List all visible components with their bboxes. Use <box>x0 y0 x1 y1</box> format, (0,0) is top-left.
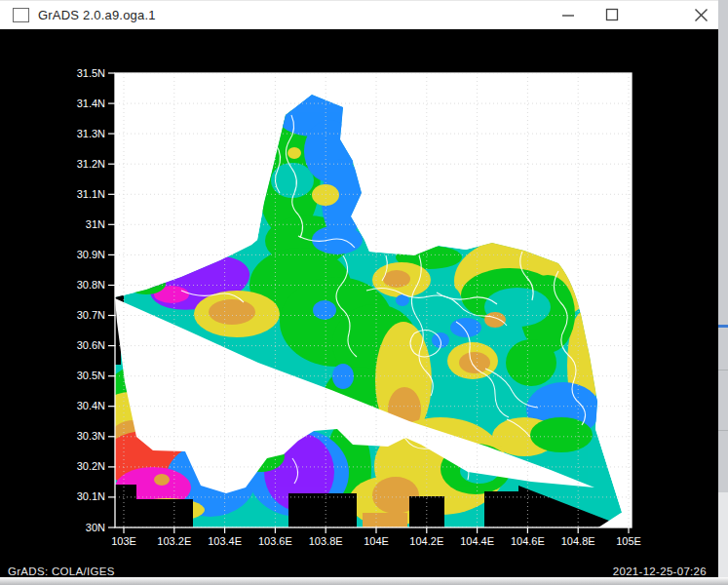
status-bar: GrADS: COLA/IGES 2021-12-25-07:26 <box>0 566 718 577</box>
y-tick-label: 31.4N <box>77 98 105 109</box>
divider <box>718 370 728 370</box>
desktop-edge-right <box>718 0 728 585</box>
y-tick-label: 31N <box>86 218 105 230</box>
y-tick-label: 30.1N <box>77 490 105 502</box>
desktop-edge-light <box>718 492 728 585</box>
status-timestamp: 2021-12-25-07:26 <box>613 566 707 577</box>
desktop-edge-bottom <box>0 577 728 585</box>
y-tick-label: 31.5N <box>77 67 105 79</box>
x-tick-label: 105E <box>616 535 641 547</box>
y-tick-label: 30.7N <box>77 309 105 321</box>
y-tick-label: 30.5N <box>77 370 105 381</box>
y-tick-label: 30.8N <box>77 279 105 291</box>
y-tick-label: 30.3N <box>77 430 105 442</box>
y-tick-label: 30.2N <box>77 460 105 472</box>
x-tick-label: 104.4E <box>460 535 494 547</box>
close-button[interactable] <box>679 0 723 29</box>
grads-canvas[interactable]: 31.5N 31.4N 31.3N 31.2N 31.1N 31N 30.9N … <box>0 29 718 577</box>
window-title: GrADS 2.0.a9.oga.1 <box>38 8 156 22</box>
maximize-button[interactable] <box>590 0 633 29</box>
y-tick-label: 31.2N <box>77 158 105 170</box>
minimize-icon <box>561 8 575 21</box>
y-tick-label: 31.3N <box>77 128 105 139</box>
x-tick-label: 103E <box>111 535 136 547</box>
background-window-edge <box>718 325 728 328</box>
x-tick-label: 103.2E <box>157 535 191 547</box>
x-tick-label: 103.8E <box>309 535 343 547</box>
y-tick-label: 30.4N <box>77 400 105 411</box>
y-tick-label: 30.9N <box>77 249 105 260</box>
x-tick-label: 104E <box>364 535 389 547</box>
app-window-icon <box>13 8 29 22</box>
y-tick-label: 30N <box>86 522 105 533</box>
x-tick-label: 104.2E <box>409 535 443 547</box>
x-tick-label: 103.6E <box>258 535 292 547</box>
minimize-button[interactable] <box>546 0 590 29</box>
x-axis-labels: 103E 103.2E 103.4E 103.6E 103.8E 104E 10… <box>111 535 641 547</box>
status-app-label: GrADS: COLA/IGES <box>8 566 115 577</box>
close-icon <box>694 8 709 22</box>
contour-map-plot[interactable]: 31.5N 31.4N 31.3N 31.2N 31.1N 31N 30.9N … <box>0 29 718 577</box>
divider <box>718 430 728 431</box>
maximize-icon <box>605 8 619 21</box>
x-tick-label: 103.4E <box>208 535 242 547</box>
x-tick-label: 104.8E <box>561 535 595 547</box>
y-tick-label: 31.1N <box>77 188 105 200</box>
x-tick-label: 104.6E <box>511 535 545 547</box>
y-tick-label: 30.6N <box>77 339 105 351</box>
